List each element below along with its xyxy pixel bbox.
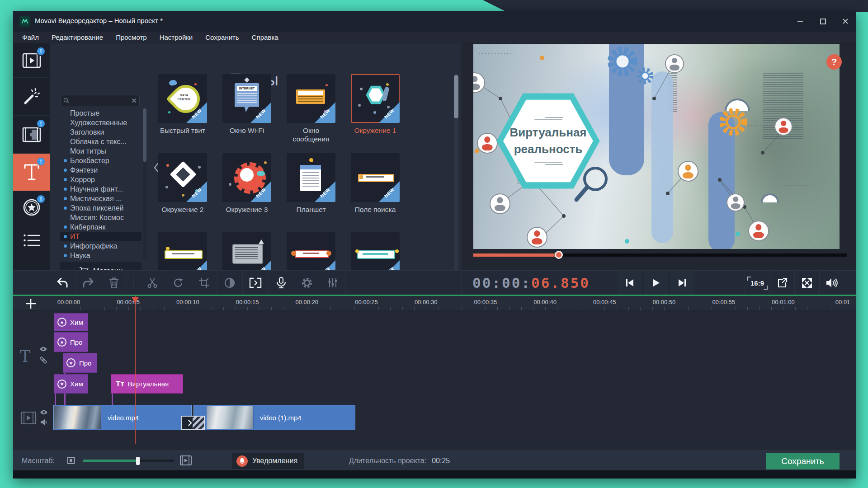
category-item[interactable]: Миссия: Космос: [60, 213, 142, 222]
timeline-zoom-handle[interactable]: [136, 457, 140, 465]
category-item[interactable]: Наука: [60, 251, 142, 260]
menu-item[interactable]: Сохранить: [199, 33, 245, 41]
record-audio-button[interactable]: [269, 271, 294, 295]
category-item[interactable]: Облачка с текс...: [60, 137, 142, 146]
previous-frame-button[interactable]: [617, 271, 642, 295]
title-template-card[interactable]: NEW: [287, 232, 335, 270]
zoom-out-icon[interactable]: [67, 457, 75, 464]
timeline-title-clip[interactable]: Про: [54, 332, 88, 352]
sidebar-item-transitions[interactable]: !: [13, 116, 50, 154]
search-input[interactable]: [71, 97, 130, 104]
playhead-marker[interactable]: [132, 297, 139, 304]
gallery-scrollbar[interactable]: [454, 74, 458, 270]
sidebar-item-tools[interactable]: [13, 224, 50, 258]
zoom-in-icon[interactable]: [179, 455, 192, 466]
category-item[interactable]: Научная фант...: [60, 184, 142, 194]
menu-item[interactable]: Настройки: [153, 33, 199, 41]
title-template-card[interactable]: NEW Окружение 1: [351, 74, 400, 153]
settings-button[interactable]: [294, 271, 320, 295]
category-item[interactable]: Мои титры: [60, 146, 142, 156]
playhead-line[interactable]: [135, 296, 136, 444]
title-template-card[interactable]: NEW Быстрый твит: [158, 74, 207, 153]
category-item[interactable]: Заголовки: [60, 127, 142, 137]
person-node-icon: [726, 193, 745, 211]
background-corner-shape: [475, 0, 868, 12]
category-item[interactable]: Киберпанк: [60, 222, 142, 232]
timeline-video-clip[interactable]: video (1).mp4: [193, 405, 355, 430]
title-template-card[interactable]: NEW: [158, 232, 207, 270]
category-item[interactable]: Инфографика: [60, 241, 142, 251]
menu-item[interactable]: Просмотр: [109, 33, 153, 41]
redo-button[interactable]: [75, 271, 101, 295]
rotate-button[interactable]: [165, 271, 191, 295]
volume-button[interactable]: [819, 271, 844, 295]
delete-button[interactable]: [101, 271, 127, 295]
title-template-card[interactable]: NEW Окружение 3: [222, 153, 271, 232]
clip-properties-button[interactable]: [320, 271, 346, 295]
aspect-ratio-button[interactable]: 16:9: [745, 271, 769, 295]
category-label: Эпоха пикселей: [70, 203, 123, 213]
split-button[interactable]: [140, 271, 165, 295]
title-template-card[interactable]: NEW Окно Wi-Fi: [222, 74, 271, 153]
title-template-thumbnail: NEW: [158, 153, 207, 202]
clip-thumbnail: [207, 406, 254, 429]
sidebar-item-stickers[interactable]: !: [13, 191, 50, 224]
menu-item[interactable]: Редактирование: [45, 33, 109, 41]
close-button[interactable]: [835, 11, 856, 32]
transition-wizard-button[interactable]: [243, 271, 269, 295]
timeline-video-clip[interactable]: video.mp4: [53, 405, 192, 430]
category-item[interactable]: Блокбастер: [60, 156, 142, 165]
category-item[interactable]: Простые: [60, 108, 142, 118]
menu-item[interactable]: Файл: [16, 33, 45, 41]
sidebar-item-titles[interactable]: !: [13, 154, 50, 191]
bullet-dot: [64, 244, 67, 248]
sidebar-item-media[interactable]: !: [13, 43, 50, 78]
category-scrollbar[interactable]: [143, 108, 146, 259]
title-template-card[interactable]: NEW: [351, 232, 400, 270]
undo-button[interactable]: [50, 271, 75, 295]
category-item[interactable]: Фэнтези: [60, 165, 142, 175]
title-template-card[interactable]: NEW: [222, 232, 271, 270]
category-item[interactable]: Художественные: [60, 118, 142, 127]
clear-search-icon[interactable]: [132, 98, 137, 103]
timeline-ruler[interactable]: 00:00:0000:00:0500:00:1000:00:1500:00:20…: [13, 296, 856, 311]
fullscreen-button[interactable]: [794, 271, 819, 295]
timeline-title-clip[interactable]: Хим: [54, 313, 88, 331]
play-button[interactable]: [643, 271, 669, 295]
title-template-card[interactable]: NEW Поле поиска: [351, 153, 400, 232]
color-adjustments-button[interactable]: [217, 271, 243, 295]
video-track-visibility-icon[interactable]: [40, 409, 48, 415]
category-item[interactable]: Хоррор: [60, 175, 142, 184]
new-ribbon: NEW: [315, 260, 335, 270]
next-frame-button[interactable]: [670, 271, 695, 295]
new-ribbon: NEW: [250, 181, 271, 202]
add-track-button[interactable]: [24, 299, 38, 309]
save-button[interactable]: Сохранить: [766, 453, 840, 469]
person-node-icon: [490, 193, 510, 214]
clip-label: Про: [79, 359, 91, 367]
video-track-mute-icon[interactable]: [40, 419, 47, 426]
maximize-button[interactable]: [812, 11, 833, 32]
seek-handle[interactable]: [555, 251, 563, 259]
menu-item[interactable]: Справка: [245, 33, 285, 41]
category-item[interactable]: Эпоха пикселей: [60, 203, 142, 213]
title-track-link-icon[interactable]: [39, 356, 48, 365]
timeline-title-clip[interactable]: Tт Виртуальная: [111, 374, 183, 394]
new-ribbon: NEW: [186, 102, 207, 123]
ruler-label: 00:00:30: [415, 299, 438, 305]
clip-filename: video (1).mp4: [260, 414, 302, 422]
category-item[interactable]: Мистическая ...: [60, 194, 142, 203]
notifications-button[interactable]: Уведомления: [232, 453, 304, 469]
title-template-card[interactable]: NEW Окно сообщения: [287, 74, 335, 153]
title-template-card[interactable]: NEW Окружение 2: [158, 153, 207, 232]
category-item[interactable]: ИТ: [60, 232, 142, 241]
title-track-visibility-icon[interactable]: [39, 346, 47, 352]
timeline-title-clip[interactable]: Хим: [54, 374, 88, 394]
timeline-title-clip[interactable]: Про: [63, 353, 97, 373]
minimize-button[interactable]: [790, 11, 811, 32]
sidebar-item-filters[interactable]: [13, 78, 50, 116]
transition-clip[interactable]: [181, 416, 205, 430]
title-template-card[interactable]: NEW Планшет: [287, 153, 335, 232]
export-frame-button[interactable]: [769, 271, 794, 295]
crop-button[interactable]: [191, 271, 217, 295]
